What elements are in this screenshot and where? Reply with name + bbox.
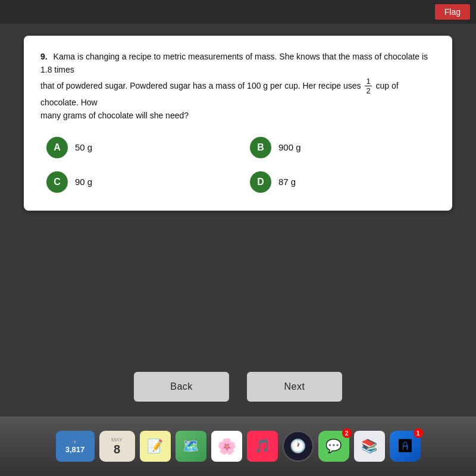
question-text-part1: Kama is changing a recipe to metric meas… bbox=[40, 52, 428, 74]
option-c-label: 90 g bbox=[75, 177, 92, 187]
dock-counter-label: ✈ bbox=[73, 439, 77, 445]
question-text-part2: that of powdered sugar. Powdered sugar h… bbox=[40, 81, 361, 90]
flag-button[interactable]: Flag bbox=[435, 4, 470, 20]
dock-appstore-badge: 1 bbox=[414, 428, 423, 438]
fraction-denominator: 2 bbox=[365, 86, 371, 96]
dock-item-calendar[interactable]: MAY 8 bbox=[99, 431, 135, 462]
dock-counter-value: 3,817 bbox=[65, 445, 85, 454]
fraction-numerator: 1 bbox=[365, 77, 371, 87]
option-d-circle: D bbox=[250, 171, 271, 193]
option-b-circle: B bbox=[250, 137, 271, 158]
question-text: 9. Kama is changing a recipe to metric m… bbox=[40, 50, 436, 123]
options-grid: A 50 g B 900 g C 90 g D 87 g bbox=[40, 137, 436, 193]
dock-item-photos[interactable]: 🌸 bbox=[211, 431, 242, 462]
option-a-circle: A bbox=[46, 137, 68, 158]
dock-calendar-month: MAY bbox=[111, 437, 123, 443]
nav-area: Back Next bbox=[0, 357, 476, 416]
question-text-part4: many grams of chocolate will she need? bbox=[40, 111, 189, 120]
option-a[interactable]: A 50 g bbox=[46, 137, 226, 158]
option-d-label: 87 g bbox=[278, 177, 296, 187]
option-a-label: 50 g bbox=[75, 142, 92, 152]
dock-calendar-day: 8 bbox=[114, 443, 120, 456]
next-button[interactable]: Next bbox=[247, 372, 342, 402]
back-button[interactable]: Back bbox=[134, 372, 229, 402]
question-card: 9. Kama is changing a recipe to metric m… bbox=[24, 36, 452, 211]
dock-item-music[interactable]: 🎵 bbox=[247, 431, 278, 462]
option-d[interactable]: D 87 g bbox=[250, 171, 430, 193]
dock-messages-badge: 2 bbox=[342, 428, 352, 438]
dock-area: ✈ 3,817 MAY 8 📝 🗺️ 🌸 🎵 🕐 💬 2 📚 🅰 1 bbox=[0, 416, 476, 476]
dock-item-messages[interactable]: 💬 2 bbox=[318, 431, 349, 462]
question-number: 9. bbox=[40, 52, 48, 61]
main-area: 9. Kama is changing a recipe to metric m… bbox=[0, 24, 476, 357]
dock-item-books[interactable]: 📚 bbox=[354, 431, 385, 462]
fraction: 1 2 bbox=[365, 77, 371, 96]
option-c[interactable]: C 90 g bbox=[46, 171, 226, 193]
dock-item-notes[interactable]: 📝 bbox=[140, 431, 171, 462]
option-b[interactable]: B 900 g bbox=[250, 137, 430, 158]
dock-item-maps[interactable]: 🗺️ bbox=[176, 431, 206, 462]
dock-item-clock[interactable]: 🕐 bbox=[283, 431, 314, 462]
top-bar: Flag bbox=[0, 0, 476, 24]
dock-item-counter[interactable]: ✈ 3,817 bbox=[56, 431, 95, 462]
option-b-label: 900 g bbox=[278, 142, 301, 152]
option-c-circle: C bbox=[46, 171, 68, 193]
dock-item-appstore[interactable]: 🅰 1 bbox=[390, 431, 421, 462]
